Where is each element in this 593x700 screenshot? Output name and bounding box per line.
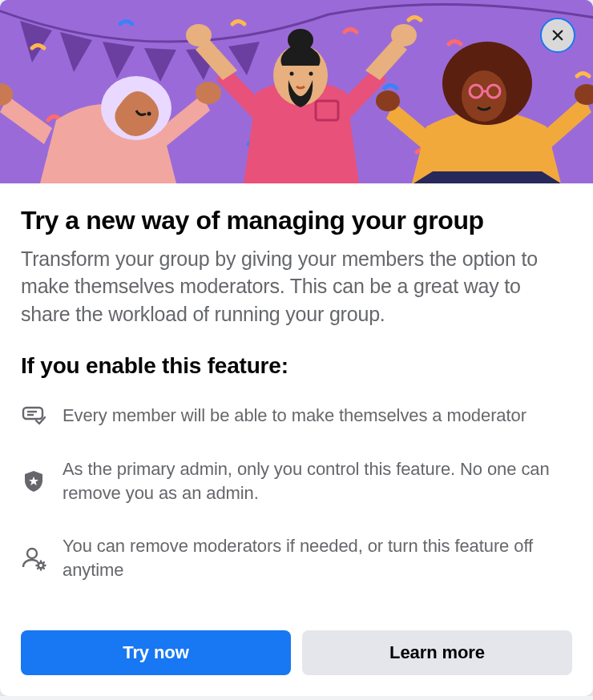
svg-point-17 xyxy=(309,72,313,76)
svg-point-8 xyxy=(196,82,221,104)
modal-content: Try a new way of managing your group Tra… xyxy=(0,183,593,630)
svg-line-38 xyxy=(43,568,44,569)
modal-subtitle: If you enable this feature: xyxy=(21,353,572,379)
try-now-button[interactable]: Try now xyxy=(21,630,291,675)
user-gear-icon xyxy=(21,545,46,571)
button-row: Try now Learn more xyxy=(0,630,593,696)
close-icon xyxy=(551,28,565,42)
modal-title: Try a new way of managing your group xyxy=(21,206,572,235)
feature-item: As the primary admin, only you control t… xyxy=(21,457,572,505)
feature-list: Every member will be able to make themse… xyxy=(21,403,572,582)
shield-star-icon xyxy=(21,469,46,494)
close-button[interactable] xyxy=(540,18,575,53)
svg-point-11 xyxy=(186,24,212,46)
svg-point-18 xyxy=(376,91,400,111)
svg-point-12 xyxy=(391,24,417,46)
svg-point-21 xyxy=(462,70,506,122)
svg-point-31 xyxy=(27,549,37,558)
svg-point-10 xyxy=(147,112,151,116)
svg-line-40 xyxy=(38,568,38,569)
feature-item: You can remove moderators if needed, or … xyxy=(21,534,572,582)
svg-point-15 xyxy=(288,29,313,51)
feature-item: Every member will be able to make themse… xyxy=(21,403,572,428)
svg-rect-27 xyxy=(23,408,42,419)
svg-point-16 xyxy=(290,72,294,76)
feature-text: As the primary admin, only you control t… xyxy=(63,457,572,505)
modal-description: Transform your group by giving your memb… xyxy=(21,245,572,328)
message-check-icon xyxy=(21,403,46,428)
svg-line-39 xyxy=(43,562,44,563)
feature-text: Every member will be able to make themse… xyxy=(63,404,526,428)
feature-text: You can remove moderators if needed, or … xyxy=(63,534,572,582)
feature-modal: Try a new way of managing your group Tra… xyxy=(0,0,593,696)
hero-illustration xyxy=(0,0,593,183)
learn-more-button[interactable]: Learn more xyxy=(302,630,572,675)
svg-line-37 xyxy=(38,562,38,563)
